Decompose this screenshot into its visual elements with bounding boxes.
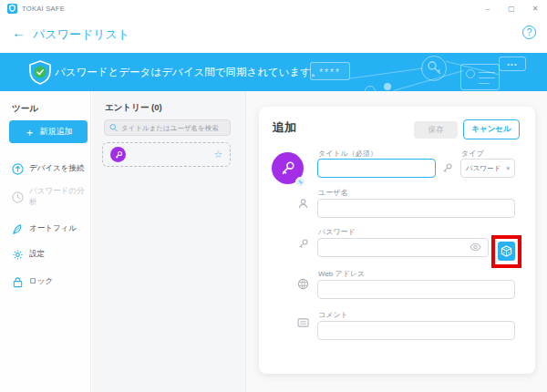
decoration-dots-box: •••	[499, 57, 526, 71]
show-password-eye-icon[interactable]	[470, 242, 481, 252]
analysis-clock-icon	[12, 191, 24, 203]
shield-icon	[9, 5, 15, 12]
connect-device-icon	[12, 163, 24, 175]
autofill-pen-icon	[12, 223, 24, 235]
plus-icon: ＋	[25, 128, 36, 137]
favorite-star-icon[interactable]: ☆	[213, 150, 222, 160]
lock-icon	[12, 276, 24, 288]
form-title: 追加	[273, 119, 296, 136]
page-header: ← パスワードリスト ?	[0, 16, 547, 53]
sidebar-item-autofill[interactable]: オートフィル	[12, 222, 90, 236]
key-field-icon	[441, 162, 453, 174]
password-key-icon	[297, 238, 309, 250]
chevron-down-icon: ▾	[506, 165, 510, 172]
type-label: タイプ	[461, 149, 484, 159]
sidebar-item-label: パスワードの分析	[29, 186, 90, 208]
back-button[interactable]: ←	[12, 26, 26, 39]
draft-entry-item[interactable]: ☆	[102, 142, 231, 167]
sidebar-item-password-analysis[interactable]: パスワードの分析	[12, 190, 90, 204]
type-dropdown[interactable]: パスワード ▾	[460, 159, 515, 178]
username-input[interactable]	[317, 199, 515, 218]
password-input[interactable]	[317, 238, 489, 257]
web-address-label: Web アドレス	[318, 269, 365, 279]
entries-heading: エントリー (0)	[105, 102, 162, 114]
username-label: ユーザ名	[318, 188, 347, 198]
help-button[interactable]: ?	[522, 26, 536, 39]
sync-banner: パスワードとデータはデバイス間で同期されています。 **** •••	[0, 53, 547, 91]
search-input[interactable]	[121, 124, 225, 132]
comment-input[interactable]	[317, 321, 515, 340]
sidebar-item-label: 設定	[29, 249, 45, 260]
tokai-safe-window: TOKAI SAFE – ▢ ✕ ← パスワードリスト ? パスワードとデータは…	[0, 0, 547, 392]
decoration-dot	[384, 83, 391, 90]
sync-status-text: パスワードとデータはデバイス間で同期されています。	[55, 66, 322, 79]
shield-check-icon	[28, 60, 52, 85]
comment-label: コメント	[318, 310, 348, 320]
window-controls: – ▢ ✕	[476, 0, 547, 16]
save-button[interactable]: 保存	[414, 121, 458, 139]
settings-gear-icon	[12, 249, 24, 261]
password-label: パスワード	[318, 227, 356, 237]
add-new-label: 新規追加	[40, 126, 73, 138]
key-icon	[279, 160, 296, 177]
decoration-id-card	[460, 64, 500, 90]
entries-panel: エントリー (0) ☆	[92, 91, 246, 392]
sidebar-item-settings[interactable]: 設定	[12, 247, 90, 262]
title-label: タイトル（必須）	[318, 149, 377, 159]
web-address-input[interactable]	[317, 280, 515, 299]
search-icon	[109, 123, 118, 132]
entry-search[interactable]	[104, 119, 231, 136]
minimize-button[interactable]: –	[476, 0, 500, 16]
app-logo-shield-icon	[7, 4, 17, 14]
title-input[interactable]	[317, 159, 436, 178]
title-bar: TOKAI SAFE – ▢ ✕	[0, 0, 547, 16]
comment-icon	[297, 318, 309, 328]
close-button[interactable]: ✕	[523, 0, 547, 16]
sidebar-item-connect-device[interactable]: デバイスを接続	[12, 161, 90, 176]
add-new-button[interactable]: ＋ 新規追加	[9, 120, 88, 143]
decoration-password-box: ****	[310, 62, 350, 80]
entry-avatar	[110, 147, 126, 162]
window-title: TOKAI SAFE	[22, 5, 65, 13]
dice-cube-icon	[501, 245, 512, 257]
key-icon	[114, 150, 123, 160]
globe-icon	[297, 278, 309, 290]
tools-heading: ツール	[12, 103, 38, 115]
edit-pencil-icon: ✎	[295, 177, 305, 187]
page-title: パスワードリスト	[33, 26, 129, 43]
sidebar-item-label: オートフィル	[29, 223, 77, 234]
sidebar-item-lock[interactable]: ロック	[12, 274, 90, 289]
type-value: パスワード	[466, 164, 501, 173]
tools-sidebar: ツール ＋ 新規追加 デバイスを接続 パスワードの分析 オートフィル 設定 ロッ…	[0, 91, 91, 392]
generate-password-dice-button[interactable]	[498, 242, 515, 261]
sidebar-item-label: ロック	[29, 276, 53, 287]
cancel-button[interactable]: キャンセル	[463, 119, 520, 139]
maximize-button[interactable]: ▢	[500, 0, 523, 16]
sidebar-item-label: デバイスを接続	[29, 163, 85, 174]
decoration-key-circle-icon	[421, 56, 447, 81]
user-icon	[297, 198, 309, 210]
